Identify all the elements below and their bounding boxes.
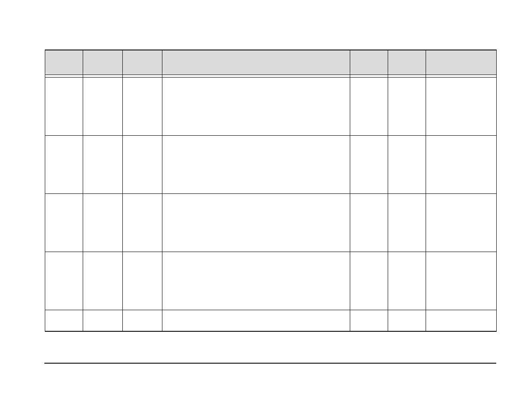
table-cell (45, 310, 83, 331)
table-cell (426, 77, 497, 135)
table-cell (388, 310, 426, 331)
table-cell (426, 252, 497, 310)
table-cell (388, 135, 426, 193)
table-header-cell (350, 50, 388, 75)
table-cell (162, 193, 350, 252)
table-row (45, 135, 497, 193)
footer-divider (44, 363, 496, 364)
table-cell (45, 77, 83, 135)
table-row (45, 193, 497, 252)
table-cell (350, 252, 388, 310)
table-container (45, 50, 496, 332)
table-cell (162, 135, 350, 193)
table-cell (426, 193, 497, 252)
table-cell (45, 252, 83, 310)
table-cell (388, 252, 426, 310)
table-cell (123, 77, 162, 135)
table-cell (350, 77, 388, 135)
table-row (45, 310, 497, 331)
table-row (45, 77, 497, 135)
table-cell (83, 135, 123, 193)
table-cell (426, 135, 497, 193)
document-page (0, 0, 532, 411)
table-cell (426, 310, 497, 331)
table-cell (123, 135, 162, 193)
table-cell (45, 193, 83, 252)
table-cell (350, 310, 388, 331)
table-cell (162, 252, 350, 310)
table-cell (83, 310, 123, 331)
table-header-cell (388, 50, 426, 75)
table-cell (350, 193, 388, 252)
table-cell (162, 310, 350, 331)
table-header-cell (83, 50, 123, 75)
table-header-cell (162, 50, 350, 75)
table-cell (45, 135, 83, 193)
table-cell (388, 77, 426, 135)
table-cell (83, 193, 123, 252)
table-header-cell (426, 50, 497, 75)
table-header-cell (123, 50, 162, 75)
table-cell (388, 193, 426, 252)
table-cell (162, 77, 350, 135)
table-cell (83, 252, 123, 310)
table-cell (123, 252, 162, 310)
table-cell (123, 193, 162, 252)
table-cell (83, 77, 123, 135)
table-cell (123, 310, 162, 331)
table-row (45, 252, 497, 310)
table-header-row (45, 50, 497, 75)
table-cell (350, 135, 388, 193)
empty-table (45, 50, 497, 332)
table-header-cell (45, 50, 83, 75)
